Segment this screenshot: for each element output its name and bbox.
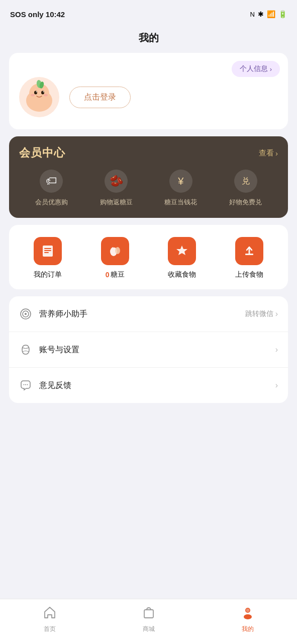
svg-point-27: [244, 614, 252, 619]
redeem-icon: 兑: [234, 170, 257, 193]
upload-icon-box: [235, 237, 263, 265]
profile-row: 点击登录: [19, 77, 278, 117]
shop-label: 商城: [143, 625, 155, 633]
beans-label-wrap: 0 糖豆: [106, 270, 125, 279]
member-feature-pay[interactable]: ¥ 糖豆当钱花: [164, 170, 197, 207]
nutritionist-chevron: ›: [275, 309, 278, 318]
nutritionist-left: 营养师小助手: [19, 307, 87, 320]
redeem-label: 好物免费兑: [229, 198, 262, 207]
avatar-image: [22, 79, 57, 115]
orders-icon-box: [34, 237, 62, 265]
svg-point-23: [25, 384, 26, 385]
orders-label: 我的订单: [34, 270, 62, 279]
menu-list: 营养师小助手 跳转微信 › 账号与设置: [9, 296, 288, 403]
svg-point-21: [25, 313, 27, 315]
member-feature-beans[interactable]: 🫘 购物返糖豆: [100, 170, 133, 207]
svg-point-6: [36, 92, 37, 93]
svg-point-7: [43, 92, 44, 93]
account-icon: [19, 343, 32, 356]
bottom-nav: 首页 商城 我的: [0, 599, 297, 644]
status-bar: SOS only 10:42 N ✱ 📶 🔋: [0, 0, 297, 26]
member-title: 会员中心: [19, 145, 65, 160]
member-features: 🏷 会员优惠购 🫘 购物返糖豆 ¥ 糖豆当钱花 兑 好物免费兑: [19, 170, 278, 207]
account-chevron: ›: [275, 345, 278, 354]
pay-label: 糖豆当钱花: [164, 198, 197, 207]
profile-section: 个人信息 ›: [9, 53, 288, 129]
page-title-bar: 我的: [0, 26, 297, 53]
svg-point-22: [24, 384, 25, 385]
member-card-header: 会员中心 查看 ›: [19, 145, 278, 160]
svg-point-4: [34, 91, 37, 95]
member-feature-discount[interactable]: 🏷 会员优惠购: [35, 170, 68, 207]
svg-point-15: [115, 247, 120, 254]
shop-icon: [142, 605, 156, 623]
nutritionist-icon: [19, 307, 32, 320]
member-card: 会员中心 查看 › 🏷 会员优惠购 🫘 购物返糖豆 ¥ 糖豆当钱花 兑 好物免费…: [9, 136, 288, 218]
svg-point-24: [27, 384, 28, 385]
bluetooth-icon: ✱: [258, 10, 264, 18]
collect-icon-box: [168, 237, 196, 265]
home-icon: [43, 605, 57, 623]
menu-item-account[interactable]: 账号与设置 ›: [9, 332, 288, 368]
account-left: 账号与设置: [19, 343, 79, 356]
avatar: [19, 77, 59, 117]
beans-icon-box: [101, 237, 129, 265]
menu-item-nutritionist[interactable]: 营养师小助手 跳转微信 ›: [9, 296, 288, 332]
svg-rect-11: [44, 248, 51, 249]
collect-icon: [174, 244, 189, 259]
nfc-icon: N: [250, 11, 255, 18]
feedback-right: ›: [275, 381, 278, 390]
beans-return-label: 购物返糖豆: [100, 198, 133, 207]
feedback-chevron: ›: [275, 381, 278, 390]
menu-item-feedback[interactable]: 意见反馈 ›: [9, 368, 288, 403]
personal-info-chevron: ›: [270, 65, 272, 73]
action-collect[interactable]: 收藏食物: [168, 237, 196, 279]
nutritionist-label: 营养师小助手: [39, 309, 87, 319]
mine-icon: [241, 605, 255, 623]
orders-icon: [40, 244, 55, 259]
nutritionist-sub: 跳转微信: [245, 309, 273, 318]
mine-label: 我的: [242, 625, 254, 633]
feedback-left: 意见反馈: [19, 379, 71, 392]
account-right: ›: [275, 345, 278, 354]
quick-actions: 我的订单 0 糖豆 收藏食物: [9, 225, 288, 289]
discount-icon: 🏷: [40, 170, 63, 193]
svg-rect-12: [44, 250, 51, 251]
action-upload[interactable]: 上传食物: [235, 237, 263, 279]
member-view-button[interactable]: 查看 ›: [259, 148, 278, 158]
member-feature-redeem[interactable]: 兑 好物免费兑: [229, 170, 262, 207]
svg-point-8: [31, 94, 35, 97]
signal-icon: 📶: [267, 10, 275, 18]
nutritionist-right: 跳转微信 ›: [245, 309, 278, 318]
personal-info-button[interactable]: 个人信息 ›: [232, 61, 280, 77]
battery-icon: 🔋: [278, 10, 287, 18]
beans-count: 0: [106, 271, 110, 279]
login-button[interactable]: 点击登录: [69, 87, 131, 108]
status-time: SOS only 10:42: [10, 10, 65, 19]
upload-label: 上传食物: [235, 270, 263, 279]
home-label: 首页: [44, 625, 56, 633]
beans-label: 糖豆: [111, 270, 125, 279]
action-beans[interactable]: 0 糖豆: [101, 237, 129, 279]
main-content: 个人信息 ›: [0, 53, 297, 460]
upload-icon: [242, 244, 257, 259]
beans-icon: [108, 244, 123, 259]
svg-rect-25: [144, 610, 153, 618]
pay-icon: ¥: [169, 170, 192, 193]
feedback-icon: [19, 379, 32, 392]
account-label: 账号与设置: [39, 345, 79, 355]
feedback-label: 意见反馈: [39, 380, 71, 391]
status-icons: N ✱ 📶 🔋: [250, 10, 287, 18]
beans-return-icon: 🫘: [105, 170, 128, 193]
svg-point-28: [246, 608, 249, 612]
nav-home[interactable]: 首页: [0, 605, 99, 633]
svg-rect-13: [44, 252, 49, 253]
member-view-chevron: ›: [275, 149, 278, 157]
svg-point-9: [44, 94, 48, 97]
action-orders[interactable]: 我的订单: [34, 237, 62, 279]
nav-mine[interactable]: 我的: [198, 605, 297, 633]
svg-point-5: [41, 91, 44, 95]
nav-shop[interactable]: 商城: [99, 605, 198, 633]
collect-label: 收藏食物: [168, 270, 196, 279]
page-title: 我的: [139, 32, 159, 43]
